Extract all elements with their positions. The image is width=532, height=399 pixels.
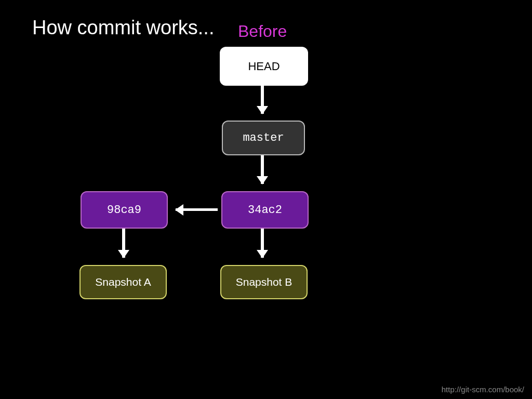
slide-subtitle: Before	[238, 22, 287, 41]
arrow-master-commit	[261, 155, 264, 184]
arrow-commit-prev	[176, 208, 218, 211]
snapshot-b: Snapshot B	[220, 265, 308, 299]
commit-34ac2: 34ac2	[221, 191, 309, 229]
master-node: master	[222, 121, 305, 155]
arrow-commit1-snapshot	[122, 229, 125, 258]
snapshot-a: Snapshot A	[79, 265, 167, 299]
head-node: HEAD	[220, 47, 308, 86]
arrow-commit2-snapshot	[261, 229, 264, 258]
footer-url: http://git-scm.com/book/	[442, 385, 524, 394]
commit-98ca9: 98ca9	[81, 191, 168, 229]
slide-title: How commit works...	[32, 16, 214, 41]
arrow-head-master	[261, 86, 264, 114]
